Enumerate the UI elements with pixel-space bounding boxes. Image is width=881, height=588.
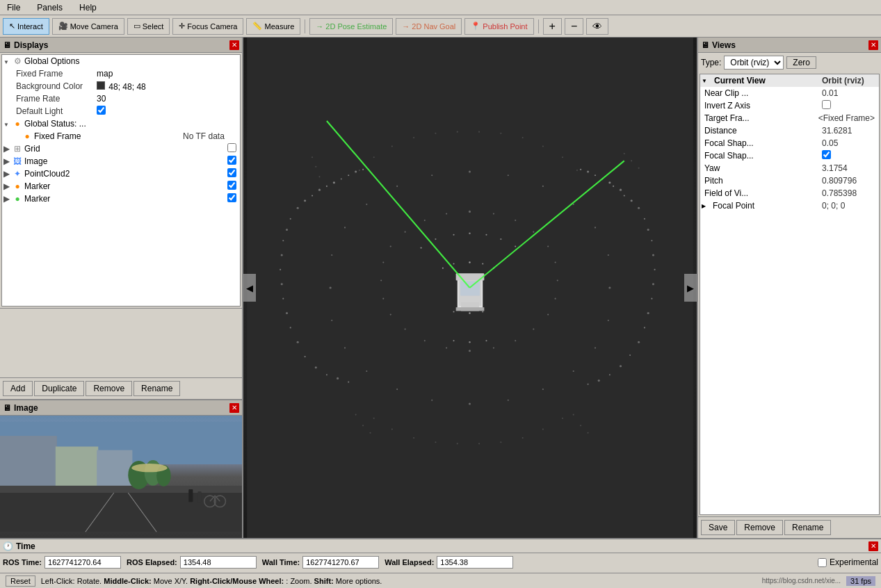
views-tree[interactable]: ▼ Current View Orbit (rviz) Near Clip ..… xyxy=(700,74,880,515)
svg-point-75 xyxy=(651,240,652,241)
svg-point-24 xyxy=(442,268,444,269)
grid-checkbox[interactable] xyxy=(227,143,236,152)
duplicate-button[interactable]: Duplicate xyxy=(34,381,84,396)
displays-header: 🖥 Displays ✕ xyxy=(0,38,242,53)
yaw-row[interactable]: Yaw 3.1754 xyxy=(700,162,879,174)
svg-point-45 xyxy=(304,199,306,202)
nav-goal-button[interactable]: → 2D Nav Goal xyxy=(396,18,462,35)
pc-checkbox[interactable] xyxy=(227,168,236,177)
marker2-row[interactable]: ▶ ● Marker xyxy=(2,193,240,205)
settings-icon-button[interactable]: 👁 xyxy=(586,18,608,35)
point-cloud-svg xyxy=(243,38,697,538)
pose-icon: → xyxy=(316,22,323,31)
svg-point-126 xyxy=(396,389,398,390)
view-type-select[interactable]: Orbit (rviz) xyxy=(724,56,784,70)
add-button[interactable]: Add xyxy=(3,381,33,396)
views-monitor-icon: 🖥 xyxy=(701,40,709,50)
svg-point-131 xyxy=(331,254,332,256)
m1-expand[interactable]: ▶ xyxy=(3,181,12,191)
svg-rect-5 xyxy=(0,493,242,532)
rename-button[interactable]: Rename xyxy=(134,381,180,396)
bg-color-row[interactable]: Background Color 48; 48; 48 xyxy=(2,80,240,92)
current-view-header[interactable]: ▼ Current View Orbit (rviz) xyxy=(700,74,879,87)
svg-point-166 xyxy=(369,432,371,434)
grid-expand[interactable]: ▶ xyxy=(3,144,12,154)
ros-elapsed-input[interactable] xyxy=(180,556,257,569)
distance-row[interactable]: Distance 31.6281 xyxy=(700,124,879,137)
invert-z-row[interactable]: Invert Z Axis xyxy=(700,99,879,112)
default-light-row[interactable]: Default Light xyxy=(2,105,240,117)
experimental-checkbox[interactable] xyxy=(818,558,827,567)
svg-point-137 xyxy=(413,137,414,138)
near-clip-row[interactable]: Near Clip ... 0.01 xyxy=(700,87,879,99)
add-icon-button[interactable]: + xyxy=(543,18,562,35)
image-checkbox[interactable] xyxy=(227,156,236,165)
views-remove-button[interactable]: Remove xyxy=(736,520,783,535)
default-light-checkbox[interactable] xyxy=(97,106,106,115)
target-frame-row[interactable]: Target Fra... <Fixed Frame> xyxy=(700,112,879,124)
focal-shape2-row[interactable]: Focal Shap... xyxy=(700,149,879,162)
marker1-checkbox[interactable] xyxy=(227,181,236,190)
pitch-row[interactable]: Pitch 0.809796 xyxy=(700,174,879,187)
menu-file[interactable]: File xyxy=(3,1,24,14)
menu-panels[interactable]: Panels xyxy=(33,1,67,14)
menu-help[interactable]: Help xyxy=(75,1,101,14)
marker2-checkbox[interactable] xyxy=(227,193,236,202)
svg-point-98 xyxy=(515,340,516,341)
measure-button[interactable]: 📏 Measure xyxy=(246,18,300,35)
collapse-left-button[interactable]: ◀ xyxy=(243,274,256,302)
ros-time-input[interactable] xyxy=(45,556,121,569)
reset-button[interactable]: Reset xyxy=(6,575,35,587)
fov-row[interactable]: Field of Vi... 0.785398 xyxy=(700,187,879,199)
move-camera-button[interactable]: 🎥 Move Camera xyxy=(52,18,124,35)
svg-point-162 xyxy=(373,418,375,419)
displays-preview xyxy=(0,308,242,377)
svg-point-23 xyxy=(453,263,454,265)
select-button[interactable]: ▭ Select xyxy=(127,18,170,35)
svg-point-158 xyxy=(478,443,480,444)
marker1-row[interactable]: ▶ ● Marker xyxy=(2,180,240,193)
interact-button[interactable]: ↖ Interact xyxy=(3,18,49,35)
views-close-button[interactable]: ✕ xyxy=(868,40,878,50)
time-close-button[interactable]: ✕ xyxy=(868,541,878,551)
views-save-button[interactable]: Save xyxy=(701,520,735,535)
global-status-expand[interactable] xyxy=(3,119,12,129)
publish-point-button[interactable]: 📍 Publish Point xyxy=(464,18,533,35)
grid-row[interactable]: ▶ ⊞ Grid xyxy=(2,142,240,155)
zero-button[interactable]: Zero xyxy=(786,56,816,69)
fp-expand[interactable]: ▶ xyxy=(702,203,710,209)
focal-shape2-checkbox[interactable] xyxy=(822,150,831,159)
displays-close-button[interactable]: ✕ xyxy=(229,40,239,50)
m2-expand[interactable]: ▶ xyxy=(3,194,12,204)
fixed-frame-status-row[interactable]: ● Fixed Frame No TF data xyxy=(2,130,240,142)
svg-point-117 xyxy=(608,254,609,256)
remove-icon-button[interactable]: − xyxy=(565,18,583,35)
image-row[interactable]: ▶ 🖼 Image xyxy=(2,155,240,168)
collapse-right-button[interactable]: ▶ xyxy=(684,274,697,302)
svg-point-114 xyxy=(542,186,544,187)
global-options-expand[interactable] xyxy=(3,56,12,66)
global-options-row[interactable]: ⚙ Global Options xyxy=(2,55,240,67)
wall-elapsed-input[interactable] xyxy=(437,556,513,569)
remove-button[interactable]: Remove xyxy=(86,381,132,396)
time-values: ROS Time: ROS Elapsed: Wall Time: Wall E… xyxy=(0,553,881,571)
svg-point-104 xyxy=(390,314,391,316)
wall-time-input[interactable] xyxy=(302,556,379,569)
views-rename-button[interactable]: Rename xyxy=(784,520,831,535)
pc-expand[interactable]: ▶ xyxy=(3,169,12,179)
focal-point-row[interactable]: ▶ Focal Point 0; 0; 0 xyxy=(700,199,879,212)
frame-rate-row[interactable]: Frame Rate 30 xyxy=(2,92,240,105)
displays-tree[interactable]: ⚙ Global Options Fixed Frame map Backgro… xyxy=(1,54,241,307)
pointcloud-row[interactable]: ▶ ✦ PointCloud2 xyxy=(2,168,240,180)
focus-camera-button[interactable]: ✛ Focus Camera xyxy=(172,18,243,35)
image-close-button[interactable]: ✕ xyxy=(229,403,239,413)
fixed-frame-row[interactable]: Fixed Frame map xyxy=(2,67,240,80)
focal-shape1-row[interactable]: Focal Shap... 0.05 xyxy=(700,137,879,149)
nav-icon: → xyxy=(402,22,410,31)
svg-point-97 xyxy=(533,328,534,329)
pose-estimate-button[interactable]: → 2D Pose Estimate xyxy=(309,18,393,35)
invert-z-checkbox[interactable] xyxy=(822,100,831,109)
image-expand[interactable]: ▶ xyxy=(3,156,12,166)
3d-viewport[interactable]: ◀ ▶ xyxy=(243,38,697,538)
global-status-row[interactable]: ● Global Status: ... xyxy=(2,117,240,130)
